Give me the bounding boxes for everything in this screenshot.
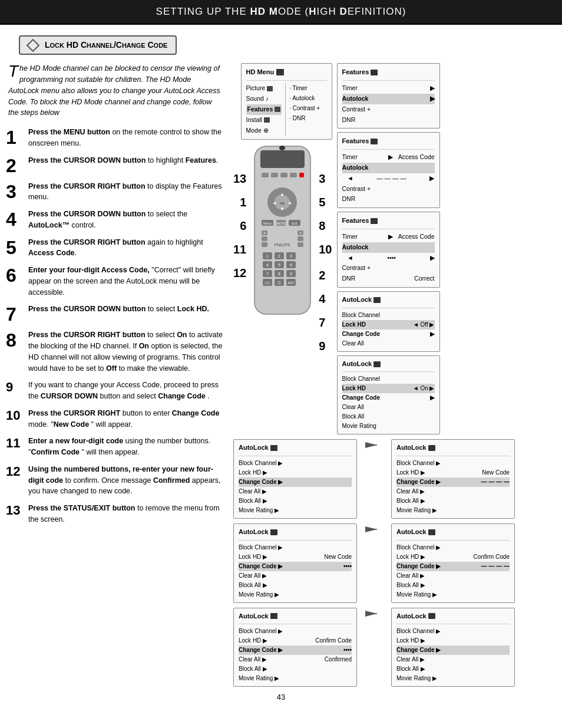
svg-rect-29: [297, 242, 303, 247]
al-11l-title: AutoLock: [239, 527, 352, 538]
svg-text:MUTE: MUTE: [276, 222, 286, 225]
step-text-11: Enter a new four-digit code using the nu…: [28, 436, 224, 458]
step-text-12: Using the numbered buttons, re-enter you…: [28, 464, 224, 497]
step-num-2: 2: [6, 155, 28, 175]
al-9r-lhd: Lock HD ▶New Code: [396, 468, 510, 477]
top-diagram-area: HD Menu Picture Sound ♪ Features Install…: [233, 63, 556, 434]
step-label-4: 4: [319, 287, 325, 311]
svg-text:◄: ◄: [272, 200, 277, 206]
al-off-title: AutoLock: [342, 295, 435, 305]
svg-text:2: 2: [278, 254, 280, 258]
al-11l-ca: Clear All ▶: [239, 571, 352, 581]
features-title-1: Features: [342, 67, 435, 78]
header-hd: H: [309, 6, 316, 17]
autolock-screen-off: AutoLock Block Channel Lock HD ◄ Off ▶ C…: [337, 291, 440, 352]
diamond-icon: [27, 39, 40, 52]
al-9l-mr: Movie Rating ▶: [239, 506, 352, 515]
features-icon-1: [371, 70, 378, 75]
step-text-9: If you want to change your Access Code, …: [28, 380, 224, 402]
header-mode: ODE (: [278, 6, 309, 17]
svg-text:1: 1: [266, 254, 269, 258]
al-11l-lhd: Lock HD ▶New Code: [239, 552, 352, 562]
right-column: HD Menu Picture Sound ♪ Features Install…: [230, 63, 556, 687]
step-8: 8 Press the CURSOR RIGHT button to selec…: [6, 330, 224, 374]
al-11r-cc: Change Code ▶— — — —: [396, 562, 510, 571]
svg-rect-7: [290, 173, 297, 177]
svg-text:▲: ▲: [280, 192, 285, 197]
main-content: T he HD Mode channel can be blocked to c…: [0, 63, 562, 687]
al-off-icon: [373, 297, 381, 303]
step-label-6: 6: [240, 214, 246, 238]
svg-text:CC: CC: [265, 281, 270, 285]
al-step12-left: AutoLock Block Channel ▶ Lock HD ▶Confir…: [233, 608, 357, 687]
features-icon-3: [371, 218, 378, 224]
f3-dnr: DNRCorrect: [342, 274, 435, 284]
svg-text:Exit: Exit: [292, 222, 298, 225]
al-off-clearall: Clear All: [342, 339, 435, 348]
al-step12-right: AutoLock Block Channel ▶ Lock HD ▶ Chang…: [391, 608, 515, 687]
al-11l-mr: Movie Rating ▶: [239, 590, 352, 599]
svg-text:0: 0: [278, 281, 280, 285]
step-7: 7 Press the CURSOR DOWN button to select…: [6, 304, 224, 324]
al-on-changecode: Change Code▶: [342, 393, 435, 403]
features-screen-2: Features Timer▶ Access Code Autolock ◄— …: [337, 132, 440, 208]
svg-text:ANT: ANT: [287, 281, 295, 285]
al-12l-ba: Block All ▶: [239, 664, 352, 674]
f2-dnr: DNR: [342, 194, 435, 205]
al-11r-icon: [428, 529, 435, 535]
al-12r-cc: Change Code ▶: [396, 645, 510, 655]
step-num-6: 6: [6, 265, 28, 285]
al-9l-title: AutoLock: [239, 443, 352, 453]
step-text-10: Press the CURSOR RIGHT button to enter C…: [28, 408, 224, 430]
al-9r-title: AutoLock: [396, 443, 510, 453]
right-step-numbers: 3 5 8 10 2 4 7 9: [316, 143, 332, 358]
svg-text:OK: OK: [280, 202, 285, 205]
features-title-3: Features: [342, 215, 435, 226]
step-num-12: 12: [6, 464, 28, 478]
hd-menu-content: Picture Sound ♪ Features Install Mode ⊕ …: [246, 83, 327, 136]
step-3: 3 Press the CURSOR RIGHT button to displ…: [6, 181, 224, 203]
step-2: 2 Press the CURSOR DOWN button to highli…: [6, 155, 224, 175]
hd-sub-dnr: · DNR: [289, 113, 320, 123]
step-num-11: 11: [6, 436, 28, 450]
remote-control: PHILIPS ▲ ▼: [249, 143, 316, 322]
step-label-5: 5: [319, 190, 325, 214]
al-9l-bc: Block Channel ▶: [239, 459, 352, 468]
hd-menu-icon: [276, 69, 284, 75]
svg-rect-8: [299, 173, 304, 177]
al-11r-ba: Block All ▶: [396, 581, 510, 590]
svg-rect-4: [262, 173, 269, 177]
f3-slider: ◄••••▶: [342, 253, 435, 263]
svg-text:7: 7: [266, 272, 269, 276]
svg-rect-5: [271, 173, 278, 177]
header-title-bold: HD M: [250, 6, 277, 17]
al-12l-bc: Block Channel ▶: [239, 627, 352, 636]
header-title-normal: S: [156, 6, 163, 17]
svg-text:4: 4: [266, 263, 269, 267]
arrow-svg-9: [365, 439, 383, 451]
al-on-lockHD: Lock HD ◄ On ▶: [342, 384, 435, 393]
al-off-block: Block Channel: [342, 311, 435, 320]
hd-sub-contrast: · Contrast +: [289, 103, 320, 113]
drop-cap: T: [8, 63, 18, 80]
step-label-1: 1: [240, 190, 246, 214]
al-12r-mr: Movie Rating ▶: [396, 674, 510, 683]
svg-text:Menu: Menu: [263, 222, 272, 225]
al-on-icon: [373, 361, 381, 367]
step-13: 13 Press the STATUS/EXIT button to remov…: [6, 503, 224, 525]
hd-menu-item-features: Features: [246, 104, 282, 115]
step-text-7: Press the CURSOR DOWN button to select L…: [28, 304, 224, 315]
al-11r-bc: Block Channel ▶: [396, 543, 510, 552]
al-on-blockall: Block All: [342, 412, 435, 421]
svg-text:PHILIPS: PHILIPS: [275, 243, 290, 247]
al-11r-lhd: Lock HD ▶Confirm Code: [396, 552, 510, 562]
step-12: 12 Using the numbered buttons, re-enter …: [6, 464, 224, 497]
features-title-2: Features: [342, 136, 435, 147]
hd-menu-screen: HD Menu Picture Sound ♪ Features Install…: [241, 63, 332, 140]
hd-menu-item-picture: Picture: [246, 83, 282, 94]
remote-svg: PHILIPS ▲ ▼: [249, 143, 316, 320]
header-efinition: EFINITION): [348, 6, 406, 17]
intro-paragraph: T he HD Mode channel can be blocked to c…: [6, 63, 224, 118]
f2-contrast: Contrast +: [342, 184, 435, 195]
al-on-clearall: Clear All: [342, 403, 435, 412]
